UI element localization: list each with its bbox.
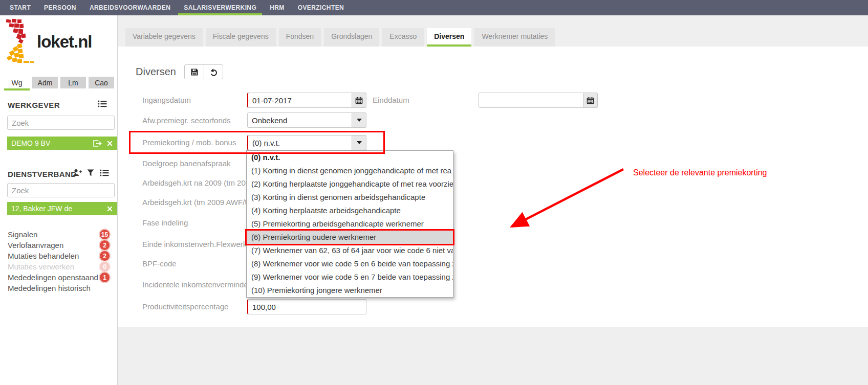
sidebar-link-mededelingen-openstaand[interactable]: Mededelingen openstaand 1 (8, 273, 113, 283)
dropdown-option-7[interactable]: (7) Werknemer van 62, 63 of 64 jaar voor… (247, 244, 453, 257)
logo-text: loket.nl (37, 32, 92, 52)
sidebar: loket.nl Wg Adm Lm Cao WERKGEVER DEMO 9 … (0, 15, 118, 385)
loket-logo-icon (3, 18, 38, 65)
form-toolbar (184, 64, 223, 79)
dropdown-option-2[interactable]: (2) Korting herplaatste jonggehandicapte… (247, 177, 453, 191)
filter-icon[interactable] (87, 169, 94, 176)
productiviteitspercentage-input[interactable] (247, 299, 366, 314)
tab-fiscale-gegevens[interactable]: Fiscale gegevens (206, 28, 276, 47)
page-title: Diversen (136, 66, 176, 78)
dienstverband-search-input[interactable] (7, 183, 115, 197)
einddatum-input[interactable] (479, 93, 583, 108)
clear-werkgever-icon[interactable] (107, 141, 113, 146)
module-tabs: Variabele gegevens Fiscale gegevens Fond… (125, 28, 558, 47)
ingangsdatum-calendar-button[interactable] (352, 93, 366, 108)
sidebar-tab-lm[interactable]: Lm (60, 77, 86, 88)
premiekorting-dropdown-list: (0) n.v.t. (1) Korting in dienst genomen… (246, 150, 453, 298)
top-navigation: START PERSOON ARBEIDSVOORWAARDEN SALARIS… (0, 0, 868, 15)
field-label-afw-premiegr: Afw.premiegr. sectorfonds (142, 116, 250, 126)
nav-item-overzichten[interactable]: OVERZICHTEN (291, 0, 351, 15)
dropdown-option-5[interactable]: (5) Premiekorting arbeidsgehandicapte we… (247, 217, 453, 231)
sidebar-tab-wg[interactable]: Wg (4, 77, 30, 88)
tab-grondslagen[interactable]: Grondslagen (324, 28, 379, 47)
selected-werkgever-bar: DEMO 9 BV (7, 137, 117, 150)
field-label-einddatum: Einddatum (373, 95, 480, 105)
dienstverband-list-icon[interactable] (100, 169, 109, 176)
add-person-icon[interactable] (73, 169, 82, 176)
afw-premiegr-value[interactable]: Onbekend (247, 112, 352, 128)
einddatum-group (479, 93, 598, 108)
badge: 2 (99, 250, 111, 262)
tab-excasso[interactable]: Excasso (382, 28, 424, 47)
dropdown-option-6[interactable]: (6) Premiekorting oudere werknemer (247, 231, 453, 244)
field-label-arbeidsgeh-na-2009: Arbeidsgeh.krt na 2009 (tm 2009 (142, 178, 250, 188)
field-label-einde-inkomstenverh: Einde inkomstenverh.Flexwerker (142, 239, 250, 250)
open-werkgever-icon[interactable] (93, 140, 102, 147)
badge: 1 (99, 271, 111, 283)
sidebar-link-mutaties-behandelen[interactable]: Mutaties behandelen 2 (8, 251, 113, 261)
sidebar-link-mutaties-verwerken: Mutaties verwerken 0 (8, 262, 113, 272)
sidebar-link-signalen[interactable]: Signalen 15 (8, 230, 113, 240)
nav-item-arbeidsvoorwaarden[interactable]: ARBEIDSVOORWAARDEN (83, 0, 177, 15)
active-tab-underline (4, 88, 30, 90)
badge: 0 (99, 261, 111, 273)
dienstverband-title: DIENSTVERBAND (8, 170, 76, 178)
app-root: START PERSOON ARBEIDSVOORWAARDEN SALARIS… (0, 0, 868, 385)
dropdown-option-3[interactable]: (3) Korting in dienst genomen arbeidsgeh… (247, 191, 453, 204)
dropdown-option-0[interactable]: (0) n.v.t. (247, 151, 453, 164)
dropdown-option-8[interactable]: (8) Werknemer voor wie code 5 en 6 beide… (247, 257, 453, 270)
premiekorting-dropdown-button[interactable] (352, 135, 366, 150)
badge: 15 (99, 229, 111, 240)
link-label: Mutaties behandelen (8, 252, 79, 260)
calendar-icon (587, 97, 594, 104)
save-icon (190, 68, 199, 76)
chevron-down-icon (357, 119, 362, 122)
sidebar-tab-adm[interactable]: Adm (32, 77, 58, 88)
selected-dienstverband-bar: 12, Bakker JFW de (7, 202, 117, 215)
afw-premiegr-dropdown-button[interactable] (352, 112, 366, 128)
field-label-premiekorting: Premiekorting / mob. bonus (142, 138, 250, 148)
sidebar-tab-cao[interactable]: Cao (89, 77, 114, 88)
sidebar-link-verlofaanvragen[interactable]: Verlofaanvragen 2 (8, 240, 113, 251)
tab-fondsen[interactable]: Fondsen (279, 28, 321, 47)
premiekorting-select: (0) n.v.t. (247, 135, 366, 150)
link-label: Mededelingen openstaand (8, 273, 98, 282)
field-label-arbeidsgeh-tm-2009: Arbeidsgeh.krt (tm 2009 AWF/UF( (142, 197, 250, 208)
ingangsdatum-group (247, 93, 366, 108)
calendar-icon (355, 97, 363, 104)
sidebar-link-mededelingen-historisch[interactable]: Mededelingen historisch (8, 283, 113, 293)
dropdown-option-10[interactable]: (10) Premiekorting jongere werknemer (247, 284, 453, 297)
tab-diversen[interactable]: Diversen (427, 28, 471, 47)
nav-item-start[interactable]: START (3, 0, 37, 15)
dropdown-option-1[interactable]: (1) Korting in dienst genomen jonggehand… (247, 164, 453, 177)
nav-item-salarisverwerking[interactable]: SALARISVERWERKING (177, 0, 263, 15)
annotation-text: Selecteer de relevante premiekorting (633, 168, 767, 177)
ingangsdatum-input[interactable] (247, 93, 352, 108)
field-label-incidentele: Incidentele inkomstenverminderi (142, 280, 250, 290)
werkgever-list-icon[interactable] (98, 100, 107, 107)
dropdown-option-9[interactable]: (9) Werknemer voor wie code 5 en 7 beide… (247, 270, 453, 284)
werkgever-title: WERKGEVER (8, 101, 60, 109)
nav-item-persoon[interactable]: PERSOON (37, 0, 83, 15)
tab-werknemer-mutaties[interactable]: Werknemer mutaties (474, 28, 555, 47)
werkgever-search-input[interactable] (7, 116, 115, 130)
field-label-ingangsdatum: Ingangsdatum (142, 95, 250, 105)
tab-variabele-gegevens[interactable]: Variabele gegevens (125, 28, 203, 47)
selected-dienstverband-label: 12, Bakker JFW de (11, 205, 107, 213)
field-label-fase-indeling: Fase indeling (142, 218, 250, 228)
premiekorting-value[interactable]: (0) n.v.t. (247, 135, 352, 150)
clear-dienstverband-icon[interactable] (107, 206, 113, 212)
link-label: Signalen (8, 230, 37, 239)
selected-werkgever-label: DEMO 9 BV (11, 139, 93, 147)
field-label-doelgroep: Doelgroep banenafspraak (142, 158, 250, 169)
save-button[interactable] (185, 65, 204, 79)
link-label: Mutaties verwerken (8, 262, 74, 271)
einddatum-calendar-button[interactable] (583, 93, 598, 108)
link-label: Verlofaanvragen (8, 241, 63, 250)
nav-item-hrm[interactable]: HRM (263, 0, 291, 15)
field-label-bpf-code: BPF-code (142, 259, 250, 269)
dropdown-option-4[interactable]: (4) Korting herplaatste arbeidsgehandica… (247, 204, 453, 217)
undo-button[interactable] (204, 65, 223, 79)
link-label: Mededelingen historisch (8, 284, 91, 292)
chevron-down-icon (357, 141, 362, 144)
